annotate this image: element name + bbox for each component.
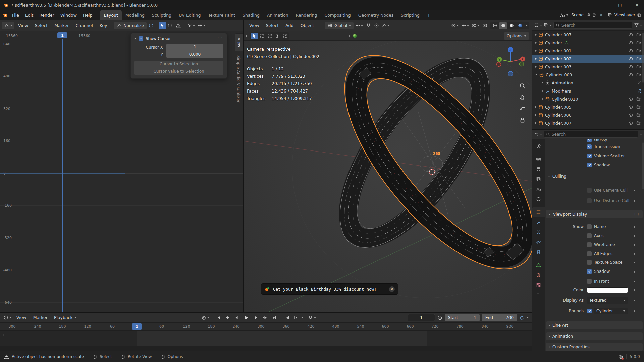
chevron-down-icon[interactable] <box>527 317 529 318</box>
show-wireframe-checkbox[interactable] <box>587 242 592 247</box>
bounds-dropdown[interactable]: Cylinder <box>594 308 628 314</box>
property-row[interactable]: Bounds Cylinder <box>545 307 644 315</box>
active-tool-indicator[interactable] <box>349 33 357 38</box>
tab-scripting[interactable]: Scripting <box>397 10 423 20</box>
hide-viewport-icon[interactable] <box>628 105 633 110</box>
menu-channel[interactable]: Channel <box>72 23 96 28</box>
menu-select[interactable]: Select <box>263 23 282 28</box>
outliner-item-expanded[interactable]: Cylinder.009 <box>532 71 644 79</box>
preview-range-icon[interactable] <box>437 315 442 320</box>
tool-tab[interactable] <box>532 141 545 151</box>
disable-render-icon[interactable] <box>636 97 641 102</box>
show-all-edges-checkbox[interactable] <box>587 251 592 256</box>
menu-view[interactable]: View <box>246 23 262 28</box>
animate-dot[interactable] <box>634 300 635 301</box>
disable-render-icon[interactable] <box>636 105 641 110</box>
outliner-item[interactable]: Cylinder.007 <box>532 119 644 127</box>
toggle-xray-button[interactable] <box>481 22 488 29</box>
copy-icon[interactable] <box>592 13 597 17</box>
use-distance-cull-checkbox[interactable] <box>587 198 592 203</box>
show-hidden-toggle[interactable] <box>167 22 174 29</box>
lock-icon[interactable] <box>519 117 526 123</box>
select-mode-set-button[interactable] <box>251 33 258 39</box>
display-mode-button[interactable] <box>544 23 552 28</box>
tab-sculpting[interactable]: Sculpting <box>148 10 175 20</box>
output-tab[interactable] <box>532 164 545 174</box>
transform-orientation-dropdown[interactable]: Global <box>325 22 354 29</box>
navigation-gizmo[interactable]: Z Y X <box>495 46 526 78</box>
current-frame-field[interactable]: 1 <box>408 314 435 321</box>
hide-viewport-icon[interactable] <box>628 48 633 53</box>
disable-render-icon[interactable] <box>636 121 641 126</box>
chevron-down-icon[interactable] <box>526 25 528 26</box>
minimize-button[interactable]: — <box>596 0 610 10</box>
hide-viewport-icon[interactable] <box>628 32 633 37</box>
pin-icon[interactable] <box>587 13 591 17</box>
chevron-down-icon[interactable] <box>537 293 539 294</box>
hide-viewport-icon[interactable] <box>628 40 633 45</box>
jump-to-end-button[interactable] <box>270 314 278 321</box>
display-as-dropdown[interactable]: Textured <box>587 297 628 304</box>
play-button[interactable] <box>241 314 251 321</box>
network-status[interactable] <box>618 354 623 359</box>
hide-viewport-icon[interactable] <box>628 113 633 118</box>
property-row[interactable]: Axes <box>545 232 644 239</box>
menu-add[interactable]: Add <box>282 23 297 28</box>
outliner-item-selected[interactable]: Cylinder.002 <box>532 55 644 63</box>
options-dropdown[interactable]: Options <box>504 32 529 40</box>
copy-icon[interactable] <box>637 13 641 17</box>
hide-viewport-icon[interactable] <box>628 97 633 102</box>
outliner-item[interactable]: Cylinder.006 <box>532 111 644 119</box>
property-row[interactable]: Transmission <box>545 143 644 150</box>
disable-render-icon[interactable] <box>636 72 641 77</box>
expand-icon[interactable] <box>535 106 537 108</box>
cursor-to-selection-button[interactable]: Cursor to Selection <box>134 61 223 68</box>
property-row[interactable]: Volume Scatter <box>545 152 644 160</box>
tab-uv-editing[interactable]: UV Editing <box>175 10 204 20</box>
chevron-down-icon[interactable] <box>566 14 568 16</box>
menu-file[interactable]: File <box>9 13 22 18</box>
animate-dot[interactable] <box>634 244 635 246</box>
show-gizmo-dropdown[interactable] <box>460 22 470 29</box>
maximize-button[interactable]: ▢ <box>613 0 627 10</box>
menu-view[interactable]: View <box>13 315 30 320</box>
expand-icon[interactable] <box>535 58 537 60</box>
blender-app-menu-icon[interactable] <box>3 13 8 18</box>
disable-render-icon[interactable] <box>636 48 641 53</box>
outliner-item[interactable]: Cylinder <box>532 39 644 47</box>
close-button[interactable]: ✕ <box>630 0 644 10</box>
menu-help[interactable]: Help <box>80 13 96 18</box>
show-axes-checkbox[interactable] <box>587 233 592 238</box>
expand-icon[interactable] <box>535 122 537 124</box>
menu-marker[interactable]: Marker <box>51 23 72 28</box>
object-data-tab[interactable] <box>532 260 545 270</box>
property-row[interactable]: Shadow <box>545 268 644 275</box>
search-input[interactable] <box>552 132 636 137</box>
next-keyframe-button[interactable] <box>261 314 269 321</box>
property-row[interactable]: Shadow <box>545 161 644 169</box>
next-frame-button[interactable] <box>252 314 260 321</box>
drag-dots-icon[interactable]: ⋮⋮ <box>633 213 640 216</box>
render-tab[interactable] <box>532 154 545 164</box>
sidebar-tab-view[interactable]: View <box>235 33 243 51</box>
tab-animation[interactable]: Animation <box>263 10 292 20</box>
custom-properties-panel-header[interactable]: Custom Properties <box>546 343 643 351</box>
search-input[interactable] <box>561 23 630 28</box>
animation-panel-header[interactable]: Animation <box>546 332 643 340</box>
notification-close-button[interactable]: ✕ <box>389 286 395 292</box>
zoom-icon[interactable] <box>519 83 526 89</box>
disable-render-icon[interactable] <box>636 113 641 118</box>
line-art-panel-header[interactable]: Line Art <box>546 321 643 329</box>
world-tab[interactable] <box>532 194 545 204</box>
property-row[interactable]: Show Name <box>545 223 644 230</box>
animate-dot[interactable] <box>634 281 635 282</box>
disable-render-icon[interactable] <box>636 56 641 61</box>
viewport-canvas[interactable]: Camera Perspective (1) Scene Collection … <box>244 41 532 313</box>
hide-viewport-icon[interactable] <box>628 56 633 61</box>
property-row[interactable]: All Edges <box>545 250 644 257</box>
property-row[interactable]: Use Distance Cull <box>545 197 644 204</box>
show-texture-space-checkbox[interactable] <box>587 260 592 265</box>
editor-type-button[interactable] <box>2 22 14 29</box>
show-cursor-checkbox[interactable] <box>139 36 143 41</box>
show-errors-toggle[interactable] <box>175 22 182 29</box>
